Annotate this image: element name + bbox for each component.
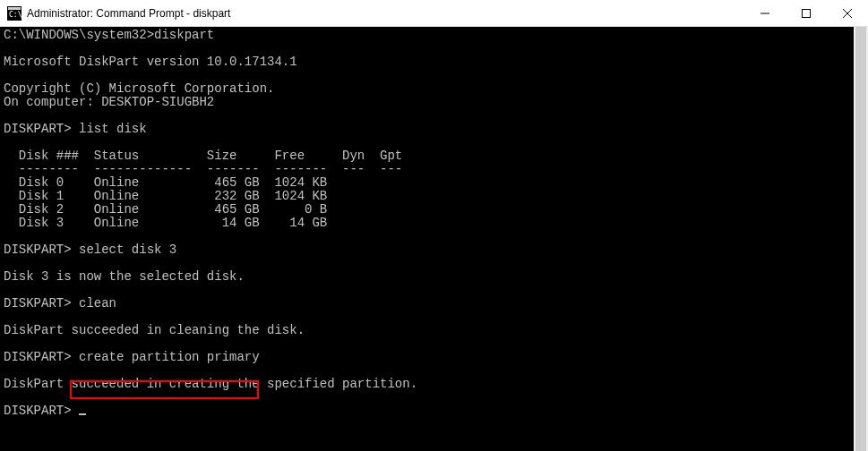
scrollbar[interactable] (854, 27, 868, 451)
terminal-line: Disk 3 Online 14 GB 14 GB (4, 216, 327, 230)
terminal-line: On computer: DESKTOP-SIUGBH2 (4, 95, 214, 109)
maximize-button[interactable] (786, 0, 827, 26)
terminal-line: Microsoft DiskPart version 10.0.17134.1 (4, 55, 297, 69)
svg-rect-4 (803, 9, 811, 17)
terminal-line: Disk 0 Online 465 GB 1024 KB (4, 175, 327, 190)
terminal-line: DISKPART> list disk (4, 122, 147, 136)
terminal-line: Disk 3 is now the selected disk. (4, 269, 245, 284)
terminal-line: Disk 1 Online 232 GB 1024 KB (4, 189, 327, 203)
terminal-line: DISKPART> select disk 3 (4, 243, 176, 257)
terminal-line: Disk ### Status Size Free Dyn Gpt (4, 149, 402, 163)
terminal-line: DISKPART> create partition primary (4, 350, 260, 364)
close-button[interactable] (827, 0, 868, 26)
terminal-line: DiskPart succeeded in cleaning the disk. (4, 323, 305, 337)
cmd-icon: C:\ (7, 6, 21, 21)
terminal-line: DiskPart succeeded in creating the speci… (4, 377, 417, 391)
terminal-line: DISKPART> (4, 404, 79, 418)
terminal-line: DISKPART> clean (4, 296, 116, 311)
window-title: Administrator: Command Prompt - diskpart (27, 7, 744, 20)
titlebar: C:\ Administrator: Command Prompt - disk… (0, 0, 868, 27)
svg-rect-1 (8, 7, 21, 10)
terminal-cursor (79, 413, 86, 415)
terminal-line: -------- ------------- ------- ------- -… (4, 162, 402, 176)
scrollbar-thumb[interactable] (855, 27, 866, 451)
svg-text:C:\: C:\ (9, 11, 21, 19)
terminal-line: C:\WINDOWS\system32>diskpart (4, 28, 214, 42)
terminal-line: Copyright (C) Microsoft Corporation. (4, 81, 274, 96)
terminal-line: Disk 2 Online 465 GB 0 B (4, 202, 327, 217)
window-controls (744, 0, 868, 26)
terminal-output[interactable]: C:\WINDOWS\system32>diskpart Microsoft D… (0, 27, 868, 451)
minimize-button[interactable] (744, 0, 786, 26)
